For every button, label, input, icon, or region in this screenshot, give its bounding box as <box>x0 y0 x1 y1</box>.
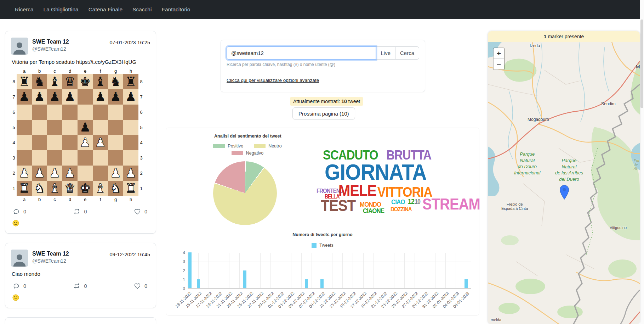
comment-icon <box>13 283 19 289</box>
gridline <box>332 253 332 288</box>
reply-button[interactable]: 0 <box>13 208 26 215</box>
chess-piece: ♟ <box>49 166 60 181</box>
page-scrollbar[interactable] <box>640 0 644 324</box>
gridline <box>456 253 456 288</box>
chessboard-image: abcdefgh8♜♞♝♛♚♝♞♜87♟♟♟♟♟♟♟7665♟54♟♟4332♟… <box>11 68 150 202</box>
stats-panel: Analisi del sentimento dei tweet Positiv… <box>166 128 479 315</box>
bar-chart-x-axis: 13-11-202215-11-202217-11-202219-11-2022… <box>188 291 471 316</box>
board-square: ♟ <box>47 166 62 181</box>
tweet-date: 09-12-2022 16:45 <box>110 250 150 257</box>
board-square: ♜ <box>123 181 138 196</box>
tweet-author-name: SWE Team 12 <box>32 39 69 45</box>
board-coordinate: 5 <box>138 120 144 135</box>
map-viewport[interactable]: + − IzedaMiSendimMogadouroParque Natural… <box>488 42 640 324</box>
chess-piece: ♟ <box>95 89 106 105</box>
nav-item-catena-finale[interactable]: Catena Finale <box>84 6 128 13</box>
board-coordinate <box>11 68 17 74</box>
bar-06-12-2022 <box>305 279 308 288</box>
board-square: ♟ <box>62 166 78 181</box>
board-square: ♞ <box>108 74 123 89</box>
board-square: ♝ <box>47 181 62 196</box>
map-header: 1 marker presente <box>488 31 640 42</box>
legend-swatch <box>213 144 225 148</box>
map-zoom-control: + − <box>493 48 505 70</box>
legend-swatch <box>254 144 266 148</box>
board-square: ♟ <box>93 135 108 150</box>
sentiment-neutral-icon <box>12 294 150 301</box>
board-square: ♚ <box>78 74 93 89</box>
map-label: Parque Natural de las Arribes del Duero <box>555 157 583 182</box>
retweet-button[interactable]: 0 <box>73 208 87 215</box>
zoom-in-button[interactable]: + <box>494 48 504 59</box>
reply-button[interactable]: 0 <box>13 283 26 289</box>
board-coordinate: g <box>108 196 123 202</box>
nav-item-ricerca[interactable]: Ricerca <box>10 6 39 13</box>
board-coordinate: f <box>93 196 108 202</box>
tweet-list: SWE Team 12@SWETeam1207-01-2023 16:25Vit… <box>5 31 156 324</box>
scrollbar-thumb[interactable] <box>640 19 643 108</box>
chess-piece: ♟ <box>19 89 30 105</box>
like-button[interactable]: 0 <box>134 208 147 215</box>
gridline <box>312 253 312 288</box>
nav-item-la-ghigliottina[interactable]: La Ghigliottina <box>39 6 84 13</box>
map-label: Parque Natural do Douro Internacional <box>514 151 540 176</box>
board-coordinate: b <box>32 196 47 202</box>
board-coordinate <box>138 196 144 202</box>
board-coordinate: d <box>62 196 78 202</box>
board-coordinate: b <box>32 68 47 74</box>
gridline <box>270 253 271 288</box>
board-coordinate: 1 <box>138 181 144 196</box>
next-page-button[interactable]: Prossima pagina (10) <box>292 107 355 119</box>
board-square <box>32 150 47 166</box>
board-square <box>93 166 108 181</box>
search-button[interactable]: Cerca <box>395 46 419 60</box>
board-coordinate: g <box>108 68 123 74</box>
advanced-options-link[interactable]: Clicca qui per visualizzare opzioni avan… <box>227 78 319 83</box>
chess-piece: ♞ <box>110 181 121 196</box>
board-coordinate: h <box>123 68 138 74</box>
bar-13-11-2022 <box>188 252 192 288</box>
board-square: ♟ <box>47 89 62 105</box>
sentiment-pie-chart <box>213 161 277 225</box>
word-cloud: SCADUTOBRUTTAGIORNATAFRONTENDBELLAMELEVI… <box>315 144 473 217</box>
gridline <box>188 253 471 253</box>
chess-piece: ♟ <box>19 166 30 181</box>
live-button[interactable]: Live <box>376 46 395 60</box>
board-square: ♟ <box>17 89 32 105</box>
map-marker-pin[interactable] <box>560 185 569 201</box>
wordcloud-word: STREAM <box>422 196 480 212</box>
nav-item-scacchi[interactable]: Scacchi <box>127 6 156 13</box>
bar-15-11-2022 <box>197 279 200 288</box>
board-coordinate: 7 <box>138 89 144 105</box>
like-count: 0 <box>144 209 147 214</box>
board-square: ♞ <box>32 181 47 196</box>
board-coordinate: a <box>17 68 32 74</box>
gridline <box>415 253 415 288</box>
board-square: ♚ <box>78 181 93 196</box>
zoom-out-button[interactable]: − <box>494 59 504 69</box>
retweet-icon <box>73 208 80 215</box>
board-square: ♟ <box>93 89 108 105</box>
legend-label: Positivo <box>228 144 243 149</box>
chess-piece: ♟ <box>125 166 136 181</box>
search-helper-text: Ricerca per parola chiave, hashtag (#) o… <box>227 62 419 67</box>
nav-item-fantacitorio[interactable]: Fantacitorio <box>156 6 195 13</box>
tweet-card: SWE Team 12@SWETeam1209-12-2022 16:45Cia… <box>5 243 156 308</box>
board-square <box>62 150 78 166</box>
search-input[interactable] <box>227 46 376 60</box>
board-coordinate: c <box>47 68 62 74</box>
map-label: Em de Al <box>634 159 640 171</box>
gridline <box>229 253 229 288</box>
like-button[interactable]: 0 <box>134 283 147 289</box>
gridline <box>281 253 281 288</box>
board-square: ♜ <box>123 74 138 89</box>
wordcloud-word: GIORNATA <box>325 161 427 183</box>
map-label: Mogadouro <box>528 117 549 122</box>
gridline <box>353 253 353 288</box>
wordcloud-word: CIAONE <box>363 207 384 214</box>
chess-piece: ♞ <box>34 181 45 196</box>
retweet-button[interactable]: 0 <box>73 283 87 289</box>
board-square <box>123 120 138 135</box>
map-tiles <box>488 42 640 324</box>
board-coordinate <box>11 196 17 202</box>
